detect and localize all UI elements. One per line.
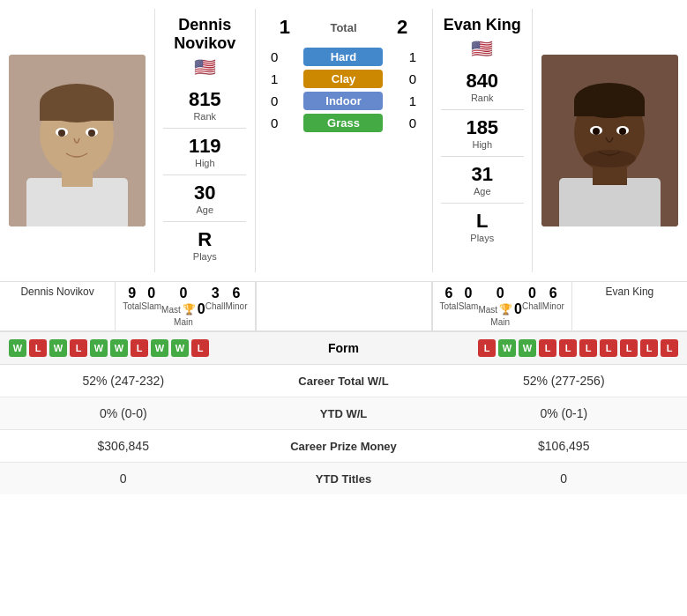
p1-total-lbl: Total: [123, 301, 141, 311]
form-badge: L: [29, 339, 47, 357]
player1-plays-container: R Plays: [193, 228, 217, 262]
p1-indoor-score: 0: [265, 93, 283, 108]
p1-minor-val: 6: [225, 286, 247, 301]
p2-indoor-score: 1: [404, 93, 422, 108]
divider2: [163, 174, 246, 175]
player2-name: Evan King: [444, 16, 521, 34]
p2-mast-container: 0 Mast 🏆 0 Main: [478, 286, 522, 327]
player2-rank-label: Rank: [471, 93, 494, 103]
divider3: [163, 221, 246, 222]
form-badge: L: [70, 339, 87, 357]
p1-total-val: 9: [123, 286, 141, 301]
svg-rect-15: [574, 100, 645, 116]
p2-chall-container: 0 Chall: [522, 286, 542, 327]
form-badge: L: [579, 339, 597, 357]
form-badge: W: [498, 339, 516, 357]
divider6: [441, 203, 524, 204]
player2-photo-container: [533, 9, 687, 272]
player1-flag: 🇺🇸: [194, 56, 216, 78]
p2-main-val: 0: [514, 301, 522, 317]
player2-rank-value: 840: [466, 70, 498, 93]
svg-rect-11: [559, 178, 661, 226]
player1-age-value: 30: [194, 182, 215, 204]
p2-mast-val: 0: [497, 286, 504, 301]
player2-high-label: High: [472, 139, 492, 150]
form-badge: L: [640, 339, 658, 357]
player2-plays-value: L: [476, 210, 488, 233]
stats-row: 0% (0-0) YTD W/L 0% (0-1): [0, 397, 687, 430]
stat-left-val: 0% (0-0): [0, 406, 247, 420]
player2-high-value: 185: [466, 116, 498, 139]
form-badge: W: [171, 339, 189, 357]
p2-hard-score: 1: [404, 49, 422, 64]
p2-clay-score: 0: [404, 71, 422, 86]
p1-mast-lbl: Mast: [161, 305, 181, 315]
player2-total-score: 2: [389, 16, 415, 39]
stats-row: 0 YTD Titles 0: [0, 463, 687, 494]
form-badge: L: [661, 339, 678, 357]
player2-name-below: Evan King: [572, 282, 687, 330]
p1-slam-val: 0: [141, 286, 161, 301]
p1-slam-lbl: Slam: [141, 301, 161, 311]
indoor-row: 0 Indoor 1: [256, 92, 432, 110]
divider4: [441, 109, 524, 110]
stat-left-val: 0: [0, 471, 247, 486]
player2-high-container: 185 High: [466, 116, 498, 150]
player2-age-container: 31 Age: [472, 163, 493, 197]
divider1: [163, 128, 246, 129]
stat-center-label: Career Prize Money: [247, 440, 441, 453]
player1-photo-container: [0, 9, 154, 272]
player1-rank-value: 815: [189, 88, 221, 111]
p1-mast-container: 0 Mast 🏆 0 Main: [161, 286, 205, 327]
form-badge: W: [110, 339, 128, 357]
p1-chall-lbl: Chall: [205, 301, 226, 311]
p2-minor-val: 6: [542, 286, 564, 301]
grass-row: 0 Grass 0: [256, 114, 432, 132]
total-label: Total: [330, 21, 356, 34]
p2-slam-lbl: Slam: [459, 301, 479, 311]
stats-row: 52% (247-232) Career Total W/L 52% (277-…: [0, 365, 687, 397]
player1-sub-stats: 9 Total 0 Slam 0 Mast 🏆 0 Main 3 Chall: [115, 282, 255, 330]
p1-chall-val: 3: [205, 286, 226, 301]
svg-point-8: [58, 130, 65, 137]
stat-right-val: 0: [441, 471, 688, 486]
svg-rect-5: [40, 103, 114, 121]
form-badge: W: [49, 339, 67, 357]
p1-main-val: 0: [198, 301, 205, 317]
player1-name-below: Dennis Novikov: [0, 282, 115, 330]
p2-total-lbl: Total: [440, 301, 459, 311]
svg-point-19: [619, 128, 626, 135]
p1-minor-lbl: Minor: [225, 301, 247, 311]
player1-high-value: 119: [189, 135, 221, 158]
player1-plays-value: R: [198, 228, 212, 251]
p1-mast-val: 0: [179, 286, 187, 301]
form-badge: L: [600, 339, 617, 357]
form-badge: W: [519, 339, 536, 357]
p1-total-container: 9 Total: [123, 286, 141, 327]
p1-main-lbl: Main: [174, 317, 193, 327]
player1-plays-label: Plays: [193, 251, 217, 262]
form-badge: W: [9, 339, 26, 357]
players-section: DennisNovikov 🇺🇸 815 Rank 119 High 30 Ag…: [0, 0, 687, 282]
svg-point-9: [88, 130, 95, 137]
trophy1-icon: 🏆: [183, 303, 196, 315]
p1-clay-score: 1: [265, 71, 283, 86]
player2-form-badges: LWWLLLLLLL: [379, 339, 679, 357]
p2-minor-container: 6 Minor: [542, 286, 564, 327]
player1-info: DennisNovikov 🇺🇸 815 Rank 119 High 30 Ag…: [154, 9, 256, 272]
grass-badge: Grass: [303, 114, 383, 132]
total-row: 1 Total 2: [256, 12, 432, 42]
player1-age-container: 30 Age: [194, 182, 215, 215]
player2-sub-stats: 6 Total 0 Slam 0 Mast 🏆 0 Main 0 Chall: [432, 282, 572, 330]
p2-total-val: 6: [440, 286, 459, 301]
scores-section: 1 Total 2 0 Hard 1 1 Clay 0 0 Indoor 1: [256, 9, 432, 272]
stats-row: $306,845 Career Prize Money $106,495: [0, 430, 687, 463]
player1-rank-container: 815 Rank: [189, 88, 221, 122]
stat-right-val: 0% (0-1): [441, 406, 688, 420]
stat-left-val: $306,845: [0, 439, 247, 453]
hard-badge: Hard: [303, 48, 383, 66]
clay-badge: Clay: [303, 70, 383, 88]
player2-photo: [541, 55, 678, 226]
form-badge: L: [131, 339, 148, 357]
form-badge: L: [539, 339, 556, 357]
